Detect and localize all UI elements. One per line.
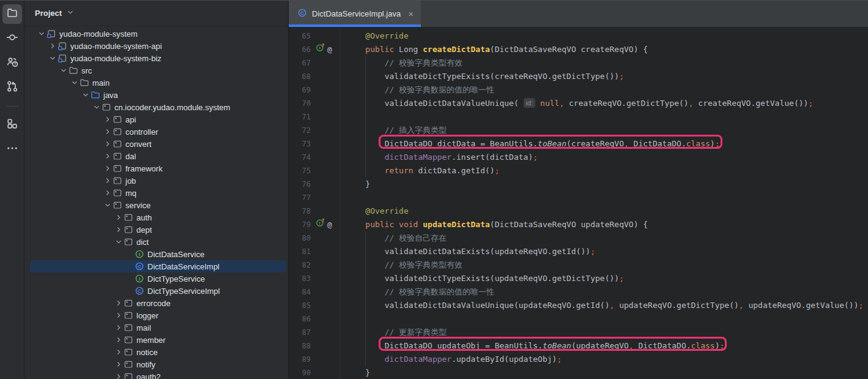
tool-pull-requests-button[interactable] <box>2 78 22 97</box>
code-line-80[interactable]: 80 // 校验自己存在 <box>289 231 868 245</box>
tree-item-yudao-module-system-api[interactable]: yudao-module-system-api <box>24 40 288 52</box>
line-number[interactable]: 69 <box>289 83 313 97</box>
chevron-right-icon[interactable] <box>113 348 124 356</box>
chevron-down-icon[interactable] <box>36 29 46 38</box>
chevron-right-icon[interactable] <box>113 323 124 332</box>
code-line-84[interactable]: 84 // 校验字典数据的值的唯一性 <box>289 285 868 299</box>
tool-project-button[interactable] <box>2 4 22 24</box>
line-number[interactable]: 66 <box>289 43 313 56</box>
line-number[interactable]: 77 <box>289 191 313 205</box>
code-line-69[interactable]: 69 // 校验字典数据的值的唯一性 <box>289 83 868 97</box>
tree-item-dal[interactable]: dal <box>24 150 288 162</box>
line-number[interactable]: 87 <box>289 326 313 339</box>
tree-item-notify[interactable]: notify <box>24 358 288 370</box>
line-number[interactable]: 65 <box>289 29 313 43</box>
line-number[interactable]: 85 <box>289 299 313 312</box>
line-number[interactable]: 76 <box>289 178 313 191</box>
code-line-86[interactable]: 86 <box>289 312 868 326</box>
chevron-down-icon[interactable] <box>113 238 124 246</box>
tree-item-logger[interactable]: logger <box>24 309 288 321</box>
tree-item-yudao-module-system[interactable]: yudao-module-system <box>24 28 288 40</box>
chevron-right-icon[interactable] <box>102 176 113 185</box>
code-line-76[interactable]: 76 } <box>289 178 868 191</box>
code-line-66[interactable]: 66I@ public Long createDictData(DictData… <box>289 43 868 56</box>
line-number[interactable]: 74 <box>289 151 313 164</box>
code-line-85[interactable]: 85 validateDictDataValueUnique(updateReq… <box>289 299 868 312</box>
tool-more-button[interactable] <box>2 140 22 159</box>
line-number[interactable]: 80 <box>289 231 313 245</box>
line-number[interactable]: 90 <box>289 366 313 379</box>
chevron-right-icon[interactable] <box>102 189 113 197</box>
code-line-90[interactable]: 90 } <box>289 366 868 379</box>
tree-item-main[interactable]: main <box>24 77 288 89</box>
tool-structure-button[interactable] <box>2 115 22 135</box>
line-number[interactable]: 89 <box>289 353 313 366</box>
tree-item-controller[interactable]: controller <box>24 126 288 138</box>
tree-item-yudao-module-system-biz[interactable]: yudao-module-system-biz <box>24 52 288 64</box>
line-number[interactable]: 68 <box>289 70 313 83</box>
tree-item-oauth2[interactable]: oauth2 <box>24 370 288 379</box>
tree-item-dict[interactable]: dict <box>24 236 288 248</box>
line-number[interactable]: 88 <box>289 339 313 353</box>
line-number[interactable]: 67 <box>289 56 313 70</box>
chevron-down-icon[interactable] <box>91 103 102 111</box>
chevron-right-icon[interactable] <box>113 213 124 222</box>
line-number[interactable]: 82 <box>289 258 313 272</box>
code-line-87[interactable]: 87 // 更新字典类型 <box>289 326 868 339</box>
tree-item-dicttypeservice[interactable]: IDictTypeService <box>24 272 288 285</box>
code-line-89[interactable]: 89 dictDataMapper.updateById(updateObj); <box>289 353 868 366</box>
line-number[interactable]: 86 <box>289 312 313 326</box>
chevron-down-icon[interactable] <box>102 201 113 209</box>
chevron-right-icon[interactable] <box>102 152 113 160</box>
tree-item-dictdataserviceimpl[interactable]: CDictDataServiceImpl <box>24 260 288 272</box>
tree-item-framework[interactable]: framework <box>24 162 288 174</box>
line-number[interactable]: 79 <box>289 218 313 231</box>
code-line-70[interactable]: 70 validateDictDataValueUnique( id: null… <box>289 97 868 110</box>
tree-item-service[interactable]: service <box>24 199 288 211</box>
tree-item-api[interactable]: api <box>24 113 288 126</box>
code-editor[interactable]: 65 @Override66I@ public Long createDictD… <box>289 27 868 379</box>
implements-method-icon[interactable]: I <box>316 218 325 231</box>
line-number[interactable]: 78 <box>289 205 313 218</box>
tree-item-convert[interactable]: convert <box>24 138 288 150</box>
chevron-down-icon[interactable] <box>58 66 69 75</box>
chevron-right-icon[interactable] <box>102 115 113 124</box>
chevron-right-icon[interactable] <box>102 140 113 148</box>
code-line-77[interactable]: 77 <box>289 191 868 205</box>
line-number[interactable]: 81 <box>289 245 313 258</box>
line-number[interactable]: 84 <box>289 285 313 299</box>
tree-item-member[interactable]: member <box>24 334 288 346</box>
chevron-right-icon[interactable] <box>113 360 124 369</box>
chevron-right-icon[interactable] <box>102 127 113 136</box>
chevron-down-icon[interactable] <box>80 91 91 99</box>
line-number[interactable]: 83 <box>289 272 313 285</box>
code-line-88[interactable]: 88 DictDataDO updateObj = BeanUtils.toBe… <box>289 339 868 353</box>
line-number[interactable]: 75 <box>289 164 313 178</box>
project-panel-header[interactable]: Project <box>24 1 288 26</box>
tree-item-cn-iocoder-yudao-module-system[interactable]: cn.iocoder.yudao.module.system <box>24 101 288 113</box>
tree-item-src[interactable]: src <box>24 64 288 77</box>
implements-method-icon[interactable]: I <box>316 43 325 56</box>
code-line-73[interactable]: 73 DictDataDO dictData = BeanUtils.toBea… <box>289 137 868 151</box>
code-line-81[interactable]: 81 validateDictDataExists(updateReqVO.ge… <box>289 245 868 258</box>
code-line-74[interactable]: 74 dictDataMapper.insert(dictData); <box>289 151 868 164</box>
tree-item-job[interactable]: job <box>24 174 288 187</box>
chevron-right-icon[interactable] <box>113 311 124 320</box>
line-number[interactable]: 71 <box>289 110 313 124</box>
tree-item-mail[interactable]: mail <box>24 321 288 334</box>
chevron-right-icon[interactable] <box>113 336 124 344</box>
chevron-right-icon[interactable] <box>113 372 124 379</box>
line-number[interactable]: 70 <box>289 97 313 110</box>
chevron-right-icon[interactable] <box>113 299 124 307</box>
tree-item-errorcode[interactable]: errorcode <box>24 297 288 309</box>
code-line-75[interactable]: 75 return dictData.getId(); <box>289 164 868 178</box>
code-line-67[interactable]: 67 // 校验字典类型有效 <box>289 56 868 70</box>
line-number[interactable]: 73 <box>289 137 313 151</box>
chevron-down-icon[interactable] <box>47 54 57 62</box>
annotation-gutter-icon[interactable]: @ <box>327 43 332 56</box>
tab-dictdataserviceimpl[interactable]: C DictDataServiceImpl.java × <box>289 1 421 27</box>
chevron-right-icon[interactable] <box>113 225 124 234</box>
tool-code-with-me-button[interactable]: ? <box>2 53 22 73</box>
annotation-gutter-icon[interactable]: @ <box>327 218 332 231</box>
code-line-65[interactable]: 65 @Override <box>289 29 868 43</box>
